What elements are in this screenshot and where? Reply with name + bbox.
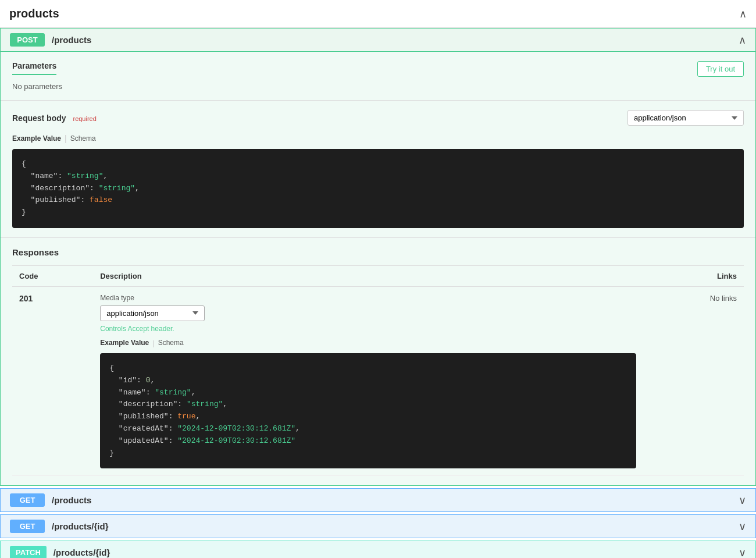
resp-updatedat-val: "2024-12-09T02:30:12.681Z" [177, 436, 295, 445]
media-type-label: Media type [100, 294, 636, 302]
request-body-section: Request body required application/json E… [1, 101, 755, 238]
response-table-header-row: Code Description Links [12, 266, 744, 287]
resp-comma-1: , [150, 376, 155, 385]
post-collapse-icon[interactable]: ∧ [739, 34, 746, 47]
responses-section: Responses Code Description Links 201 [1, 238, 755, 485]
section-title: products [9, 7, 59, 20]
resp-comma-5: , [295, 424, 300, 433]
response-example-value-tab[interactable]: Example Value [100, 339, 149, 347]
post-endpoint-header-left: POST /products [10, 33, 91, 47]
resp-name-key: "name": [119, 388, 155, 397]
no-parameters-text: No parameters [12, 82, 744, 91]
request-body-code-block: { "name": "string", "description": "stri… [12, 149, 744, 228]
patch-product-badge: PATCH [10, 546, 47, 558]
section-collapse-icon[interactable]: ∧ [739, 8, 747, 20]
request-body-header: Request body required application/json [12, 110, 744, 126]
example-value-tab[interactable]: Example Value [12, 134, 61, 143]
get-products-endpoint: GET /products ∨ [0, 488, 756, 512]
patch-product-header[interactable]: PATCH /products/{id} ∨ [1, 541, 755, 558]
get-product-by-id-endpoint: GET /products/{id} ∨ [0, 514, 756, 538]
col-description: Description [93, 266, 643, 287]
resp-comma-4: , [195, 412, 200, 421]
response-code-block: { "id": 0, "name": "string", "descriptio… [100, 353, 636, 468]
parameters-label: Parameters [12, 61, 56, 75]
response-tab-divider: | [152, 339, 154, 347]
responses-title: Responses [12, 247, 744, 266]
get-product-by-id-collapse[interactable]: ∨ [739, 520, 746, 533]
resp-comma-3: , [223, 400, 227, 408]
media-type-select[interactable]: application/json [100, 305, 205, 321]
resp-desc-key: "description": [119, 400, 187, 408]
get-products-badge: GET [10, 493, 45, 507]
code-desc-val: "string" [99, 184, 135, 193]
get-product-by-id-badge: GET [10, 520, 45, 533]
get-product-by-id-path: /products/{id} [52, 521, 109, 531]
media-type-select-wrapper: application/json [100, 305, 205, 321]
resp-published-val: true [177, 412, 195, 421]
get-product-by-id-left: GET /products/{id} [10, 520, 109, 533]
col-code: Code [12, 266, 93, 287]
patch-product-path: /products/{id} [54, 548, 110, 557]
post-endpoint-block: POST /products ∧ Parameters Try it out N… [0, 28, 756, 486]
response-schema-tab[interactable]: Schema [158, 339, 184, 347]
example-schema-tabs: Example Value | Schema [12, 134, 744, 143]
code-comma-1: , [103, 172, 108, 180]
get-products-left: GET /products [10, 493, 91, 507]
resp-name-val: "string" [155, 388, 191, 397]
parameters-section: Parameters Try it out No parameters [1, 52, 755, 101]
try-it-out-button[interactable]: Try it out [697, 61, 744, 77]
section-header: products ∧ [0, 0, 756, 28]
get-products-collapse[interactable]: ∨ [739, 494, 746, 507]
other-endpoints-list: GET /products ∨ GET /products/{id} ∨ PAT… [0, 488, 756, 558]
code-desc-key: "description": [31, 184, 99, 193]
code-brace-open: { [22, 159, 26, 168]
resp-id-key: "id": [119, 376, 146, 385]
controls-accept-text: Controls Accept header. [100, 325, 636, 333]
response-description-cell: Media type application/json Controls Acc… [93, 286, 643, 475]
params-row: Parameters Try it out [12, 61, 744, 82]
request-body-label: Request body [12, 113, 66, 123]
resp-published-key: "published": [119, 412, 177, 421]
patch-product-collapse[interactable]: ∨ [739, 546, 746, 558]
resp-brace-open: { [109, 364, 114, 372]
products-section: products ∧ POST /products ∧ Parameters T… [0, 0, 756, 558]
required-badge: required [73, 115, 96, 122]
get-products-path: /products [52, 495, 91, 505]
col-links: Links [643, 266, 744, 287]
code-name-key: "name": [31, 172, 67, 180]
resp-createdat-val: "2024-12-09T02:30:12.681Z" [177, 424, 295, 433]
get-products-header[interactable]: GET /products ∨ [1, 489, 755, 511]
content-type-select[interactable]: application/json [627, 110, 744, 126]
post-endpoint-path: /products [52, 35, 91, 45]
resp-createdat-key: "createdAt": [119, 424, 177, 433]
response-code: 201 [19, 294, 33, 303]
schema-tab[interactable]: Schema [70, 134, 96, 143]
request-body-label-wrapper: Request body required [12, 113, 97, 123]
parameters-label-wrapper: Parameters [12, 61, 56, 82]
code-comma-2: , [135, 184, 140, 193]
resp-comma-2: , [191, 388, 196, 397]
code-published-val: false [90, 196, 112, 204]
response-code-cell: 201 [12, 286, 93, 475]
get-product-by-id-header[interactable]: GET /products/{id} ∨ [1, 515, 755, 538]
response-table-body: 201 Media type application/json Controls… [12, 286, 744, 475]
tab-divider: | [65, 134, 67, 143]
no-links-cell: No links [643, 286, 744, 475]
response-example-schema-tabs: Example Value | Schema [100, 339, 636, 347]
post-endpoint-body: Parameters Try it out No parameters Requ… [1, 51, 755, 485]
response-table: Code Description Links 201 Media type [12, 266, 744, 476]
response-table-head: Code Description Links [12, 266, 744, 287]
table-row: 201 Media type application/json Controls… [12, 286, 744, 475]
patch-product-left: PATCH /products/{id} [10, 546, 110, 558]
resp-updatedat-key: "updatedAt": [119, 436, 177, 445]
code-published-key: "published": [31, 196, 90, 204]
resp-brace-close: } [109, 449, 114, 457]
code-name-val: "string" [67, 172, 103, 180]
patch-product-endpoint: PATCH /products/{id} ∨ [0, 541, 756, 558]
post-endpoint-header[interactable]: POST /products ∧ [1, 29, 755, 51]
resp-desc-val: "string" [187, 400, 223, 408]
code-brace-close: } [22, 208, 26, 216]
post-method-badge: POST [10, 33, 45, 47]
